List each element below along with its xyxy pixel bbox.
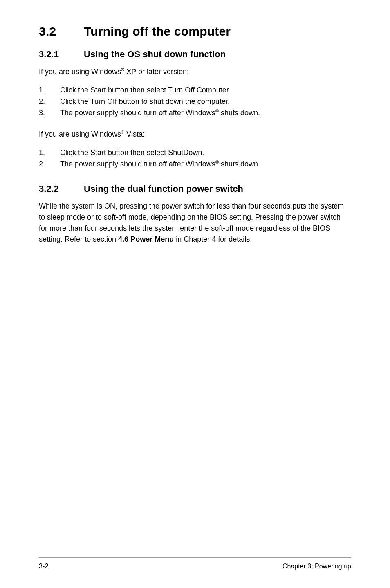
section-heading: 3.2Turning off the computer bbox=[39, 25, 351, 38]
step-text-pre: The power supply should turn off after W… bbox=[60, 160, 215, 168]
registered-mark: ® bbox=[215, 108, 219, 113]
step-number: 2. bbox=[39, 96, 60, 108]
intro-paragraph-xp: If you are using Windows® XP or later ve… bbox=[39, 66, 351, 77]
steps-list-xp: 1. Click the Start button then select Tu… bbox=[39, 85, 351, 119]
para-post: in Chapter 4 for details. bbox=[174, 235, 252, 243]
list-item: 1. Click the Start button then select Sh… bbox=[39, 147, 351, 159]
subsection-2-title-text: Using the dual function power switch bbox=[84, 184, 243, 194]
list-item: 2. The power supply should turn off afte… bbox=[39, 159, 351, 170]
footer-divider-light bbox=[39, 559, 351, 559]
subsection-2-paragraph: While the system is ON, pressing the pow… bbox=[39, 201, 351, 245]
steps-list-vista: 1. Click the Start button then select Sh… bbox=[39, 147, 351, 170]
step-text-pre: The power supply should turn off after W… bbox=[60, 109, 215, 117]
intro-xp-post: XP or later version: bbox=[124, 67, 189, 76]
step-text-post: shuts down. bbox=[219, 160, 260, 168]
para-bold: 4.6 Power Menu bbox=[118, 235, 174, 243]
subsection-1-number: 3.2.1 bbox=[39, 49, 84, 60]
step-number: 1. bbox=[39, 85, 60, 96]
step-text: The power supply should turn off after W… bbox=[60, 108, 351, 119]
step-text-post: shuts down. bbox=[219, 109, 260, 117]
subsection-1-title-text: Using the OS shut down function bbox=[84, 49, 226, 59]
chapter-label: Chapter 3: Powering up bbox=[282, 563, 351, 570]
intro-vista-pre: If you are using Windows bbox=[39, 130, 121, 138]
step-number: 1. bbox=[39, 147, 60, 159]
section-title-text: Turning off the computer bbox=[84, 25, 231, 38]
intro-xp-pre: If you are using Windows bbox=[39, 67, 121, 76]
intro-paragraph-vista: If you are using Windows® Vista: bbox=[39, 129, 351, 140]
subsection-2-number: 3.2.2 bbox=[39, 184, 84, 194]
list-item: 2. Click the Turn Off button to shut dow… bbox=[39, 96, 351, 108]
step-text: Click the Start button then select Turn … bbox=[60, 85, 351, 96]
section-number: 3.2 bbox=[39, 25, 84, 38]
page-footer: 3-2 Chapter 3: Powering up bbox=[39, 557, 351, 570]
subsection-2-heading: 3.2.2Using the dual function power switc… bbox=[39, 184, 351, 194]
footer-row: 3-2 Chapter 3: Powering up bbox=[39, 563, 351, 570]
step-number: 2. bbox=[39, 159, 60, 170]
step-text: Click the Start button then select ShutD… bbox=[60, 147, 351, 159]
step-text: The power supply should turn off after W… bbox=[60, 159, 351, 170]
list-item: 1. Click the Start button then select Tu… bbox=[39, 85, 351, 96]
registered-mark: ® bbox=[121, 67, 124, 72]
step-number: 3. bbox=[39, 108, 60, 119]
list-item: 3. The power supply should turn off afte… bbox=[39, 108, 351, 119]
subsection-1-heading: 3.2.1Using the OS shut down function bbox=[39, 49, 351, 60]
intro-vista-post: Vista: bbox=[124, 130, 145, 138]
registered-mark: ® bbox=[121, 130, 124, 135]
page-number: 3-2 bbox=[39, 563, 48, 570]
footer-divider bbox=[39, 557, 351, 558]
registered-mark: ® bbox=[215, 159, 219, 164]
step-text: Click the Turn Off button to shut down t… bbox=[60, 96, 351, 108]
